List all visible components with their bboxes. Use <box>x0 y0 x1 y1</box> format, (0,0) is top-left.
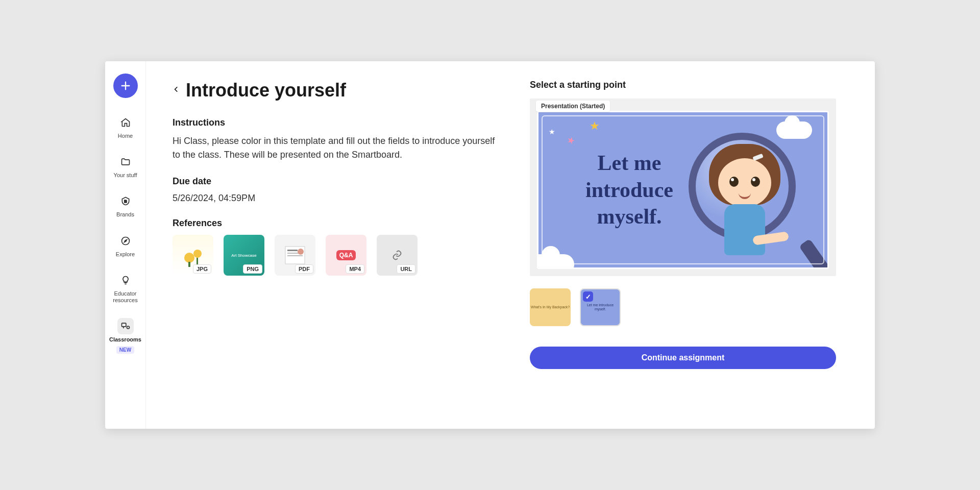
instructions-body: Hi Class, please color in this template … <box>173 134 499 162</box>
main-content: Introduce yourself Instructions Hi Class… <box>146 61 875 429</box>
continue-assignment-button[interactable]: Continue assignment <box>530 347 836 369</box>
svg-point-8 <box>193 250 202 258</box>
thumbnail-label: What's In My Backpack? <box>531 305 570 309</box>
lightbulb-icon <box>120 275 131 285</box>
girl-illustration <box>685 130 818 262</box>
sidebar-item-label: Your stuff <box>114 172 137 179</box>
file-type-badge: PNG <box>243 264 262 274</box>
file-type-badge: PDF <box>295 264 313 274</box>
file-type-badge: MP4 <box>346 264 364 274</box>
cloud-decoration-icon <box>537 254 574 269</box>
sidebar-item-label: Home <box>118 133 133 139</box>
back-button[interactable] <box>173 84 180 97</box>
selected-check-icon: ✓ <box>583 291 593 302</box>
reference-caption: Art Showcase <box>229 251 258 260</box>
file-type-badge: URL <box>397 264 415 274</box>
star-decoration-icon: ★ <box>566 134 577 147</box>
svg-point-15 <box>298 249 304 255</box>
sidebar: Home Your stuff B Brands Explore Educato… <box>105 61 146 429</box>
template-preview-text: Let me introduce myself. <box>563 150 696 230</box>
compass-icon <box>120 236 131 246</box>
sidebar-item-label: Explore <box>116 251 135 258</box>
svg-rect-14 <box>287 255 303 256</box>
star-decoration-icon: ★ <box>549 128 555 136</box>
starting-point-heading: Select a starting point <box>530 80 836 90</box>
plus-icon <box>120 80 131 91</box>
thumbnail-label: Let me introduce myself. <box>581 303 620 311</box>
sidebar-item-educator[interactable]: Educator resources <box>107 270 144 306</box>
create-button[interactable] <box>113 74 138 98</box>
template-thumbnail-selected[interactable]: ✓ Let me introduce myself. <box>580 288 621 326</box>
due-date-heading: Due date <box>173 176 499 187</box>
svg-point-7 <box>184 253 194 263</box>
references-list: JPG Art Showcase PNG PDF Q&A MP4 URL <box>173 235 499 276</box>
folder-icon <box>120 157 131 167</box>
sidebar-item-home[interactable]: Home <box>107 112 144 141</box>
reference-caption: Q&A <box>336 250 356 260</box>
svg-point-6 <box>127 326 129 329</box>
template-status-tag: Presentation (Started) <box>536 101 610 112</box>
classroom-icon <box>120 321 131 331</box>
reference-item-url[interactable]: URL <box>377 235 418 276</box>
instructions-heading: Instructions <box>173 117 499 128</box>
star-decoration-icon: ★ <box>590 119 600 133</box>
references-heading: References <box>173 218 499 229</box>
reference-item-png[interactable]: Art Showcase PNG <box>224 235 264 276</box>
template-preview[interactable]: Presentation (Started) ★ ★ ★ Let me intr… <box>530 99 836 276</box>
sidebar-item-classrooms[interactable]: Classrooms NEW <box>107 316 144 356</box>
chevron-left-icon <box>173 84 180 94</box>
svg-marker-4 <box>124 239 127 242</box>
sidebar-item-explore[interactable]: Explore <box>107 231 144 260</box>
sidebar-item-label: Educator resources <box>108 290 143 304</box>
page-title: Introduce yourself <box>186 80 346 101</box>
sidebar-item-your-stuff[interactable]: Your stuff <box>107 152 144 181</box>
due-date-value: 5/26/2024, 04:59PM <box>173 193 499 204</box>
file-type-badge: JPG <box>193 264 211 274</box>
app-window: Home Your stuff B Brands Explore Educato… <box>105 61 875 429</box>
svg-rect-9 <box>188 262 190 267</box>
svg-rect-5 <box>121 323 126 327</box>
svg-text:B: B <box>124 199 127 204</box>
svg-rect-12 <box>287 250 298 251</box>
new-badge: NEW <box>116 346 134 354</box>
starting-point-panel: Select a starting point Presentation (St… <box>530 80 836 419</box>
sidebar-item-label: Classrooms <box>109 336 141 343</box>
template-canvas: ★ ★ ★ Let me introduce myself. <box>537 111 829 269</box>
assignment-details: Introduce yourself Instructions Hi Class… <box>173 80 499 419</box>
reference-item-jpg[interactable]: JPG <box>173 235 213 276</box>
home-icon <box>120 117 131 128</box>
sidebar-item-brands[interactable]: B Brands <box>107 191 144 220</box>
template-thumbnail[interactable]: What's In My Backpack? <box>530 288 571 326</box>
reference-item-mp4[interactable]: Q&A MP4 <box>326 235 366 276</box>
brand-icon: B <box>120 196 131 206</box>
reference-item-pdf[interactable]: PDF <box>275 235 315 276</box>
template-thumbnails: What's In My Backpack? ✓ Let me introduc… <box>530 288 836 326</box>
sidebar-item-label: Brands <box>116 211 134 218</box>
link-icon <box>391 250 403 261</box>
